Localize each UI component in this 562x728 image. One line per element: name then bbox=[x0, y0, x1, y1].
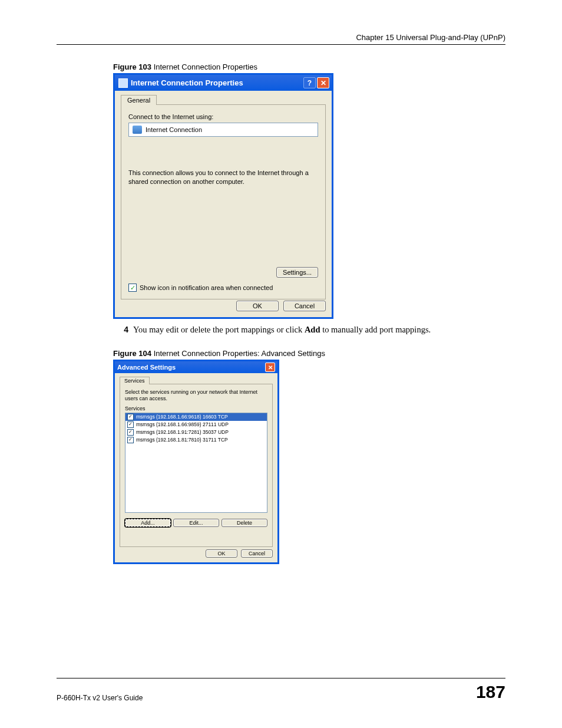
service-item[interactable]: ✓msmsgs (192.168.1.81:7810) 31711 TCP bbox=[125, 436, 267, 444]
dialog-titlebar[interactable]: Internet Connection Properties ? ✕ bbox=[115, 75, 332, 91]
chapter-header: Chapter 15 Universal Plug-and-Play (UPnP… bbox=[57, 33, 505, 42]
service-checkbox[interactable]: ✓ bbox=[127, 429, 134, 436]
service-text: msmsgs (192.168.1.91:7281) 35037 UDP bbox=[136, 429, 229, 435]
figure-104-caption: Figure 104 Internet Connection Propertie… bbox=[113, 349, 505, 358]
edit-button[interactable]: Edit... bbox=[173, 519, 219, 527]
figure-104-caption-text: Internet Connection Properties: Advanced… bbox=[151, 349, 325, 358]
header-rule bbox=[57, 44, 505, 45]
connection-description: This connection allows you to connect to… bbox=[128, 169, 318, 186]
close-button[interactable]: ✕ bbox=[265, 363, 275, 372]
step-text-after: to manually add port mappings. bbox=[320, 325, 431, 334]
ok-button[interactable]: OK bbox=[236, 301, 279, 311]
delete-button[interactable]: Delete bbox=[222, 519, 267, 527]
connect-using-label: Connect to the Internet using: bbox=[128, 113, 318, 120]
tab-content-general: Connect to the Internet using: Internet … bbox=[121, 105, 326, 299]
internet-connection-properties-dialog: Internet Connection Properties ? ✕ Gener… bbox=[113, 73, 333, 319]
settings-button[interactable]: Settings... bbox=[276, 267, 318, 278]
guide-name: P-660H-Tx v2 User's Guide bbox=[57, 694, 143, 702]
footer-rule bbox=[57, 678, 505, 678]
step-4: 4 You may edit or delete the port mappin… bbox=[113, 325, 505, 335]
show-icon-label: Show icon in notification area when conn… bbox=[140, 284, 273, 291]
figure-104-caption-bold: Figure 104 bbox=[113, 349, 151, 358]
figure-103-caption: Figure 103 Internet Connection Propertie… bbox=[113, 62, 505, 71]
advanced-settings-dialog: Advanced Settings ✕ Services Select the … bbox=[113, 360, 279, 564]
service-text: msmsgs (192.168.1.66:9859) 27111 UDP bbox=[136, 421, 229, 427]
service-item[interactable]: ✓msmsgs (192.168.1.66:9859) 27111 UDP bbox=[125, 421, 267, 429]
service-checkbox[interactable]: ✓ bbox=[127, 437, 134, 443]
service-text: msmsgs (192.168.1.66:9618) 16603 TCP bbox=[136, 414, 228, 420]
dialog-title: Internet Connection Properties bbox=[131, 78, 302, 87]
dialog-title: Advanced Settings bbox=[117, 364, 265, 371]
ok-button[interactable]: OK bbox=[206, 549, 237, 558]
add-button[interactable]: Add... bbox=[125, 519, 171, 527]
figure-103-caption-text: Internet Connection Properties bbox=[151, 62, 257, 71]
tab-services[interactable]: Services bbox=[120, 377, 150, 384]
close-button[interactable]: ✕ bbox=[317, 77, 329, 88]
help-button[interactable]: ? bbox=[303, 77, 316, 88]
cancel-button[interactable]: Cancel bbox=[241, 549, 273, 558]
connection-name: Internet Connection bbox=[146, 126, 202, 133]
page-number: 187 bbox=[476, 682, 505, 702]
step-text-bold: Add bbox=[305, 325, 320, 334]
tab-row: Services bbox=[120, 376, 273, 384]
service-checkbox[interactable]: ✓ bbox=[127, 421, 134, 428]
services-instructions: Select the services running on your netw… bbox=[125, 389, 267, 402]
tab-content-services: Select the services running on your netw… bbox=[120, 384, 273, 547]
service-checkbox[interactable]: ✓ bbox=[127, 414, 134, 420]
step-text-before: You may edit or delete the port mappings… bbox=[133, 325, 305, 334]
services-label: Services bbox=[125, 406, 267, 411]
tab-row: General bbox=[121, 94, 326, 105]
figure-103-caption-bold: Figure 103 bbox=[113, 62, 151, 71]
connection-box[interactable]: Internet Connection bbox=[128, 123, 318, 137]
service-text: msmsgs (192.168.1.81:7810) 31711 TCP bbox=[136, 437, 228, 443]
network-icon bbox=[118, 78, 128, 88]
dialog-titlebar[interactable]: Advanced Settings ✕ bbox=[115, 361, 277, 373]
page-footer: P-660H-Tx v2 User's Guide 187 bbox=[57, 678, 505, 702]
service-item[interactable]: ✓msmsgs (192.168.1.91:7281) 35037 UDP bbox=[125, 429, 267, 436]
service-item[interactable]: ✓msmsgs (192.168.1.66:9618) 16603 TCP bbox=[125, 413, 267, 421]
step-text: You may edit or delete the port mappings… bbox=[133, 325, 431, 335]
tab-general[interactable]: General bbox=[121, 95, 157, 105]
connection-icon bbox=[133, 126, 142, 134]
cancel-button[interactable]: Cancel bbox=[283, 301, 326, 311]
services-list[interactable]: ✓msmsgs (192.168.1.66:9618) 16603 TCP✓ms… bbox=[125, 413, 267, 513]
step-number: 4 bbox=[113, 325, 133, 335]
show-icon-checkbox[interactable]: ✓ bbox=[128, 284, 137, 292]
